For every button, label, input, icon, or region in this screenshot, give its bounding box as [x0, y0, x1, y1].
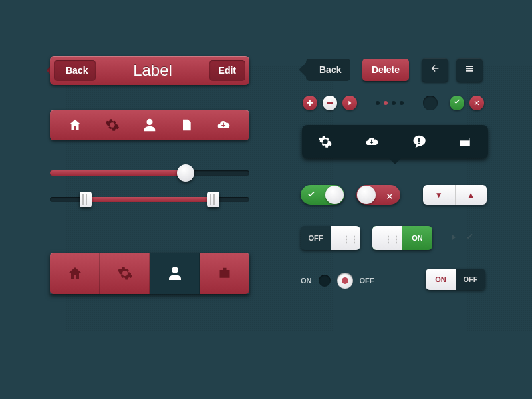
next-button[interactable] [342, 96, 357, 110]
nav-title: Label [133, 61, 172, 80]
nav-back-label: Back [66, 65, 88, 76]
grip-icon [384, 234, 392, 242]
radio-on-label: ON [301, 277, 312, 285]
gear-icon[interactable] [318, 134, 332, 149]
toggle-off-label: OFF [301, 226, 331, 250]
segment-off-label: OFF [464, 275, 478, 283]
id-card-icon [217, 267, 233, 280]
calendar-icon[interactable] [458, 135, 472, 148]
cloud-download-icon[interactable] [215, 118, 231, 132]
chevron-right-icon [346, 97, 353, 109]
menu-icon [464, 63, 475, 76]
home-icon [67, 265, 83, 281]
caret-up-icon: ▲ [467, 190, 475, 200]
toggle-grip [372, 226, 402, 250]
confirm-button[interactable] [450, 96, 464, 110]
check-icon [307, 190, 316, 202]
switch-knob [357, 186, 376, 204]
dark-back-button[interactable]: Back [306, 59, 350, 81]
nav-back-button[interactable]: Back [54, 60, 96, 81]
radio-option-on[interactable] [319, 275, 331, 287]
add-button[interactable]: + [303, 96, 317, 110]
home-icon[interactable] [68, 118, 82, 132]
plus-icon: + [307, 97, 313, 109]
stepper-down[interactable]: ▼ [423, 185, 456, 205]
close-icon [386, 191, 394, 203]
slider-2-thumb-low[interactable] [80, 192, 92, 207]
tab-id[interactable] [200, 253, 249, 294]
nav-edit-label: Edit [219, 65, 236, 76]
slider-2-range[interactable] [50, 197, 249, 202]
page-dot [400, 101, 404, 105]
slider-1[interactable] [50, 170, 249, 176]
radio-off-label: OFF [360, 277, 374, 285]
page-dot-active [384, 101, 388, 105]
slider-2-thumb-high[interactable] [207, 192, 219, 207]
page-indicator[interactable] [376, 101, 404, 105]
radio-option-selected[interactable] [337, 273, 353, 289]
check-icon[interactable] [464, 233, 475, 245]
remove-button[interactable]: − [323, 96, 337, 110]
tab-settings[interactable] [100, 253, 150, 294]
switch-knob [325, 186, 344, 204]
toggle-grip [331, 226, 360, 250]
nav-bar: Back Label Edit [50, 56, 249, 85]
grip-icon [342, 234, 350, 242]
arrow-left-button[interactable] [422, 58, 448, 82]
nav-edit-button[interactable]: Edit [209, 60, 245, 81]
gear-icon [117, 265, 133, 281]
tab-profile[interactable] [150, 253, 200, 294]
tab-home[interactable] [50, 253, 100, 294]
toggle-on-label: ON [402, 226, 432, 250]
delete-button[interactable]: Delete [362, 59, 409, 81]
chat-alert-icon[interactable] [412, 134, 426, 149]
stepper-up[interactable]: ▲ [456, 185, 487, 205]
switch-on[interactable] [301, 185, 344, 205]
segment-on[interactable]: ON [426, 269, 456, 290]
square-toggle-off[interactable]: OFF [301, 226, 360, 250]
slider-2-fill [86, 197, 213, 202]
gear-icon[interactable] [105, 118, 120, 132]
user-icon[interactable] [142, 118, 157, 132]
svg-rect-1 [460, 138, 470, 140]
segment-on-label: ON [435, 275, 446, 283]
arrow-left-icon [429, 63, 441, 76]
document-icon[interactable] [180, 118, 193, 132]
page-dot [392, 101, 396, 105]
check-icon [453, 97, 461, 109]
slider-1-thumb[interactable] [177, 164, 194, 182]
chevron-right-icon[interactable] [450, 233, 458, 245]
dark-back-label: Back [319, 65, 341, 75]
menu-button[interactable] [456, 58, 483, 82]
page-dot [376, 101, 380, 105]
toolbar [50, 110, 249, 140]
tooltip-bar [302, 125, 488, 158]
radio-group: ON OFF [301, 273, 374, 289]
tab-bar [50, 253, 249, 294]
switch-off[interactable] [356, 185, 400, 205]
close-icon [473, 97, 480, 109]
cloud-download-icon[interactable] [364, 135, 380, 148]
segment-off[interactable]: OFF [456, 269, 485, 290]
ui-kit-canvas: Back Label Edit Back Delete + − [0, 0, 532, 399]
segmented-control: ON OFF [426, 269, 485, 290]
caret-down-icon: ▼ [435, 190, 443, 200]
slider-1-fill [50, 170, 186, 176]
stepper: ▼ ▲ [423, 185, 487, 205]
square-toggle-on[interactable]: ON [372, 226, 432, 250]
delete-label: Delete [372, 65, 400, 75]
empty-dot-button[interactable] [423, 96, 438, 110]
cancel-button[interactable] [469, 96, 484, 110]
user-icon [167, 265, 183, 281]
